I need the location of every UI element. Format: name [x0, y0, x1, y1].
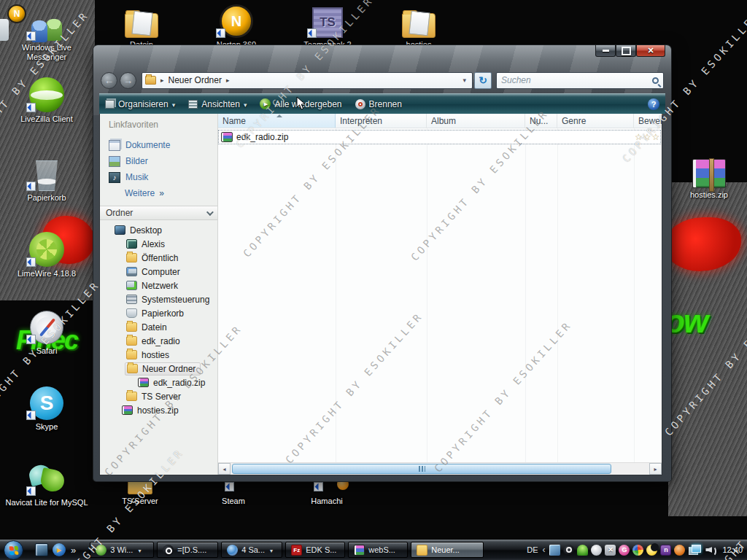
tree-item-label: hosties	[142, 350, 169, 360]
taskbar-button-group-safari[interactable]: 4 Sa...	[221, 542, 282, 558]
clock[interactable]: 12:40	[722, 545, 743, 554]
tray-moon-icon[interactable]	[646, 545, 657, 556]
column-header-bewertung[interactable]: Bewertung	[634, 114, 662, 128]
breadcrumb-folder[interactable]: Neuer Ordner	[169, 75, 222, 85]
tree-item-systemsteuerung[interactable]: Systemsteuerung	[100, 292, 217, 306]
desktop-icon-hosties[interactable]: hosties	[387, 1, 451, 50]
taskbar-button-label: 3 Wi...	[110, 545, 133, 554]
address-dropdown-icon[interactable]	[460, 77, 469, 84]
breadcrumb-separator-icon	[226, 77, 230, 84]
forward-button[interactable]	[120, 72, 136, 89]
tree-item-papierkorb[interactable]: Papierkorb	[100, 306, 217, 320]
tray-purple-app-icon[interactable]	[660, 545, 671, 556]
tray-icq-icon[interactable]	[577, 545, 588, 556]
refresh-button[interactable]	[474, 72, 492, 89]
rating-stars-icon[interactable]: ☆☆☆	[635, 132, 662, 142]
desktop-icon-livezilla[interactable]: LiveZilla Client	[15, 76, 79, 124]
window-controls	[595, 45, 665, 57]
tree-item-datein[interactable]: Datein	[100, 320, 217, 334]
taskbar-button-steam[interactable]: =[D.S....	[157, 542, 218, 558]
tree-item-ts-server[interactable]: TS Server	[100, 389, 217, 403]
tray-messenger-icon[interactable]	[549, 545, 560, 556]
folder-icon	[417, 545, 427, 556]
more-favorites-link[interactable]: Weitere »	[100, 185, 217, 201]
folder-icon	[126, 253, 137, 262]
desktop-icon-navicat[interactable]: Navicat Lite for MySQL	[1, 459, 92, 508]
column-header-nummer[interactable]: Nu...	[525, 114, 557, 128]
folders-band[interactable]: Ordner	[100, 206, 217, 220]
tree-item-edk-radio[interactable]: edk_radio	[100, 334, 217, 348]
tree-item-computer[interactable]: Computer	[100, 265, 217, 279]
tree-item-alexis[interactable]: Alexis	[100, 237, 217, 251]
taskbar-button-label: EDK S...	[306, 545, 336, 554]
quicklaunch-overflow-icon[interactable]	[71, 545, 76, 556]
search-icon	[652, 77, 659, 84]
volume-icon[interactable]	[705, 545, 717, 555]
tray-close-x-icon[interactable]	[605, 545, 616, 556]
tree-item-label: Öffentlich	[142, 253, 178, 263]
tree-item-neuer-ordner[interactable]: Neuer Ordner	[100, 362, 217, 376]
organize-button[interactable]: Organisieren	[105, 99, 175, 109]
tray-app-sphere-icon[interactable]	[591, 545, 602, 556]
taskbar-button-filezilla[interactable]: EDK S...	[285, 542, 345, 558]
favorite-dokumente[interactable]: Dokumente	[100, 137, 217, 153]
scrollbar-thumb[interactable]	[232, 464, 611, 474]
tree-item-netzwerk[interactable]: Netzwerk	[100, 279, 217, 292]
file-row-edk-radio-zip[interactable]: edk_radio.zip ☆☆☆	[219, 131, 660, 144]
close-button[interactable]	[636, 45, 665, 57]
desktop-icon-limewire[interactable]: LimeWire 4.18.8	[15, 230, 79, 279]
scroll-right-arrow[interactable]	[649, 463, 662, 475]
tree-item-oeffentlich[interactable]: Öffentlich	[100, 251, 217, 265]
scroll-left-arrow[interactable]	[218, 463, 231, 475]
media-player-icon[interactable]	[53, 543, 66, 556]
column-header-interpreten[interactable]: Interpreten	[336, 114, 427, 128]
favorite-bilder[interactable]: Bilder	[100, 153, 217, 169]
tray-steam-icon[interactable]	[563, 545, 574, 556]
column-label: Interpreten	[340, 116, 382, 126]
desktop-icon-label: Steam	[201, 497, 266, 506]
address-bar[interactable]: Neuer Ordner	[142, 72, 473, 89]
tree-item-desktop[interactable]: Desktop	[100, 223, 217, 237]
horizontal-scrollbar[interactable]	[218, 462, 662, 475]
column-header-album[interactable]: Album	[427, 114, 525, 128]
taskbar-button-group-windows[interactable]: 3 Wi...	[90, 542, 154, 558]
taskbar-button-neuer-ordner[interactable]: Neuer...	[411, 542, 484, 558]
sort-ascending-icon	[276, 114, 282, 117]
show-desktop-icon[interactable]	[35, 543, 48, 556]
views-button[interactable]: Ansichten	[188, 99, 247, 109]
tray-color-swirl-icon[interactable]	[632, 545, 643, 556]
burn-button[interactable]: Brennen	[355, 99, 402, 109]
tree-item-hosties-zip[interactable]: hosties.zip	[100, 403, 217, 417]
network-status-icon[interactable]	[689, 545, 701, 555]
back-button[interactable]	[101, 72, 117, 89]
column-header-name[interactable]: Name	[218, 114, 336, 128]
taskbar-button-winrar[interactable]: webS...	[348, 542, 408, 558]
tray-expand-icon[interactable]	[542, 545, 545, 555]
minimize-button[interactable]	[595, 45, 616, 57]
tree-item-edk-radio-zip[interactable]: edk_radio.zip	[100, 376, 217, 389]
recycle-bin-icon	[126, 308, 137, 318]
language-indicator[interactable]: DE	[527, 545, 538, 554]
computer-icon	[126, 267, 137, 276]
start-button[interactable]	[4, 540, 23, 560]
help-button[interactable]	[648, 98, 659, 110]
search-input[interactable]	[501, 75, 652, 85]
tray-g-app-icon[interactable]	[619, 545, 630, 556]
column-header-genre[interactable]: Genre	[557, 114, 634, 128]
control-panel-icon	[126, 295, 137, 304]
desktop-icon-hosties-zip[interactable]: hosties.zip	[677, 152, 741, 200]
tray-orange-app-icon[interactable]	[674, 545, 685, 556]
more-label: Weitere	[125, 188, 155, 198]
play-all-button[interactable]: Alle wiedergeben	[260, 98, 341, 109]
desktop-icon-label: LiveZilla Client	[15, 114, 79, 124]
desktop-icon-skype[interactable]: Skype	[15, 384, 79, 432]
tree-item-hosties[interactable]: hosties	[100, 348, 217, 362]
maximize-button[interactable]	[616, 45, 636, 57]
tree-item-label: Desktop	[130, 225, 162, 236]
desktop-icon-papierkorb[interactable]: Papierkorb	[15, 155, 79, 203]
favorite-musik[interactable]: Musik	[100, 169, 217, 185]
desktop-icon-safari[interactable]: Safari	[15, 308, 79, 356]
search-box[interactable]	[496, 72, 664, 89]
desktop-icon-datein[interactable]: Datein	[109, 1, 174, 50]
file-list-pane: Name Interpreten Album Nu... Genre Bewer…	[218, 114, 662, 475]
